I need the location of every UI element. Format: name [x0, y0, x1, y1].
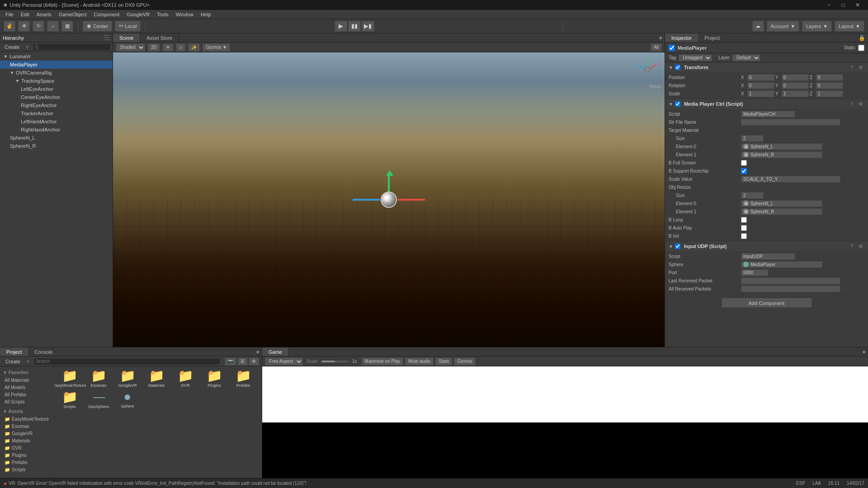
mediaplayer-help-icon[interactable]: ? — [848, 100, 855, 108]
scale-z-input[interactable] — [816, 90, 843, 97]
hand-tool-btn[interactable]: ✌ — [4, 21, 15, 32]
layers-dropdown[interactable]: Layers ▼ — [802, 21, 832, 32]
inspector-lock-btn[interactable]: 🔒 — [856, 33, 868, 42]
b-fullscreen-checkbox[interactable] — [741, 160, 747, 166]
asset-item-escenas[interactable]: 📁 Escenas — [85, 368, 112, 388]
menu-tools[interactable]: Tools — [153, 11, 172, 18]
asset-tree-scripts[interactable]: 📁 Scripts — [0, 466, 54, 473]
tree-item-spheren-l[interactable]: SphereN_L — [0, 134, 113, 142]
mediaplayer-ctrl-header[interactable]: ▼ Media Player Ctrl (Script) ? ⚙ — [665, 99, 868, 109]
object-active-checkbox[interactable] — [669, 45, 675, 51]
pause-button[interactable]: ▮▮ — [348, 21, 361, 32]
play-button[interactable]: ▶ — [335, 21, 347, 32]
pos-x-input[interactable] — [747, 74, 774, 81]
menu-file[interactable]: File — [2, 11, 17, 18]
account-dropdown[interactable]: Account ▼ — [767, 21, 800, 32]
game-close-btn[interactable]: ■ — [860, 347, 868, 356]
audio-btn[interactable]: ♫ — [176, 43, 186, 52]
move-tool-btn[interactable]: ✥ — [18, 21, 30, 32]
center-btn[interactable]: ◉ Center — [83, 21, 112, 32]
mediaplayer-gear-icon[interactable]: ⚙ — [857, 100, 864, 108]
hierarchy-tab[interactable]: Hierarchy — [3, 35, 24, 41]
asset-item-googlevr[interactable]: 📁 GoogleVR — [114, 368, 141, 388]
lighting-btn[interactable]: ☀ — [163, 43, 173, 52]
asset-item-plugins[interactable]: 📁 Plugins — [201, 368, 228, 388]
free-aspect-select[interactable]: Free Aspect — [265, 357, 303, 366]
comp-help-icon[interactable]: ? — [848, 64, 855, 71]
scale-x-input[interactable] — [747, 90, 774, 97]
menu-help[interactable]: Help — [197, 11, 215, 18]
project-tab[interactable]: Project — [0, 347, 28, 356]
menu-edit[interactable]: Edit — [17, 11, 33, 18]
game-tab[interactable]: Game — [262, 347, 289, 356]
tree-item-lefthandanchor[interactable]: LeftHandAnchor — [0, 117, 113, 126]
b-init-checkbox[interactable] — [741, 233, 747, 239]
rotate-tool-btn[interactable]: ↻ — [33, 21, 44, 32]
tree-item-ovrcamerarig[interactable]: ▼ OVRCameraRig — [0, 69, 113, 77]
fav-all-prefabs[interactable]: All Prefabs — [0, 391, 54, 398]
project-close-btn[interactable]: ■ — [254, 347, 262, 356]
static-checkbox[interactable] — [858, 45, 864, 51]
scene-tab[interactable]: Scene — [113, 33, 140, 42]
input-udp-header[interactable]: ▼ Input UDP (Script) ? ⚙ — [665, 241, 868, 251]
pos-z-input[interactable] — [816, 74, 843, 81]
menu-googlevr[interactable]: GoogleVR — [123, 11, 153, 18]
asset-tree-prefabs[interactable]: 📁 Prefabs — [0, 459, 54, 466]
project-btn2[interactable]: ☰ — [237, 357, 248, 366]
2d-btn[interactable]: 2D — [148, 43, 160, 52]
add-component-button[interactable]: Add Component — [722, 298, 812, 308]
inspector-tab[interactable]: Inspector — [665, 33, 698, 42]
menu-gameobject[interactable]: GameObject — [55, 11, 90, 18]
asset-tree-ovr[interactable]: 📁 OVR — [0, 444, 54, 451]
tree-item-righteyeanchor[interactable]: RightEyeAnchor — [0, 101, 113, 109]
asset-tree-googlevr[interactable]: 📁 GoogleVR — [0, 430, 54, 437]
local-btn[interactable]: ⚯ Local — [115, 21, 141, 32]
asset-tree-plugins[interactable]: 📁 Plugins — [0, 451, 54, 459]
rot-x-input[interactable] — [747, 82, 774, 89]
asset-item-materials[interactable]: 📁 Materials — [143, 368, 170, 388]
pos-y-input[interactable] — [782, 74, 809, 81]
asset-item-prefabs[interactable]: 📁 Prefabs — [230, 368, 257, 388]
mute-audio-btn[interactable]: Mute audio — [405, 357, 434, 366]
asset-tree-materials[interactable]: 📁 Materials — [0, 437, 54, 444]
close-button[interactable]: ✕ — [851, 0, 864, 10]
asset-store-tab[interactable]: Asset Store — [140, 33, 179, 42]
hierarchy-create-btn[interactable]: Create — [2, 43, 22, 51]
restore-button[interactable]: □ — [836, 0, 850, 10]
hierarchy-search-input[interactable] — [33, 43, 111, 51]
menu-window[interactable]: Window — [172, 11, 197, 18]
project-btn1[interactable]: 📷 — [225, 357, 236, 366]
udp-port-input[interactable] — [741, 269, 768, 276]
b-support-checkbox[interactable] — [741, 168, 747, 174]
udp-help-icon[interactable]: ? — [848, 243, 855, 250]
tree-item-centereyeanchor[interactable]: CenterEyeAnchor — [0, 93, 113, 101]
layer-select[interactable]: Default — [732, 54, 760, 61]
str-file-input[interactable] — [741, 119, 840, 126]
gizmos-btn[interactable]: Gizmos — [454, 357, 476, 366]
transform-header[interactable]: ▼ Transform ? ⚙ — [665, 62, 868, 72]
tag-select[interactable]: Untagged — [679, 54, 712, 61]
fav-all-materials[interactable]: All Materials — [0, 376, 54, 384]
tree-item-righthandanchor[interactable]: RightHandAnchor — [0, 126, 113, 134]
all-btn[interactable]: All — [651, 43, 662, 52]
menu-component[interactable]: Component — [90, 11, 123, 18]
fx-btn[interactable]: ✨ — [188, 43, 200, 52]
tree-item-trackingspace[interactable]: ▼ TrackingSpace — [0, 77, 113, 85]
comp-gear-icon[interactable]: ⚙ — [857, 64, 864, 71]
minimize-button[interactable]: − — [822, 0, 835, 10]
scale-y-input[interactable] — [782, 90, 809, 97]
layout-dropdown[interactable]: Layout ▼ — [835, 21, 864, 32]
b-autoplay-checkbox[interactable] — [741, 225, 747, 231]
scale-tool-btn[interactable]: ↔ — [47, 21, 59, 32]
hierarchy-lock-icon[interactable]: ☰ — [104, 33, 110, 42]
udp-gear-icon[interactable]: ⚙ — [857, 243, 864, 250]
project-search-input[interactable] — [33, 358, 220, 365]
project-create-btn[interactable]: Create — [3, 358, 23, 365]
rect-tool-btn[interactable]: ▦ — [61, 21, 73, 32]
maximize-on-play-btn[interactable]: Maximize on Play — [362, 357, 403, 366]
asset-item-geosphere[interactable]: ⸻ GeoSphere — [85, 389, 112, 409]
asset-item-sphere[interactable]: ● Sphere — [114, 389, 141, 409]
tree-item-lummavr[interactable]: ▼ LummaVr — [0, 52, 113, 61]
project-insp-tab[interactable]: Project — [698, 33, 726, 42]
stats-btn[interactable]: Stats — [435, 357, 452, 366]
